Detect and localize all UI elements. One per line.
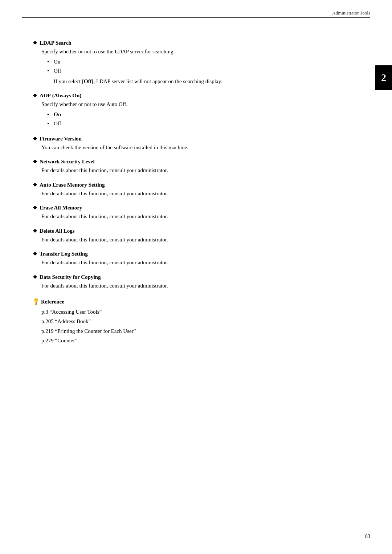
header-title: Administrator Tools (332, 10, 370, 16)
section-title-data-security: ❖ Data Security for Copying (33, 274, 370, 280)
data-security-heading: Data Security for Copying (40, 274, 101, 280)
aof-on-item: On (47, 110, 370, 119)
erase-all-heading: Erase All Memory (40, 205, 82, 211)
section-ldap-search: ❖ LDAP Search Specify whether or not to … (33, 40, 370, 85)
reference-section: 🔑 Reference p.3 “Accessing User Tools” p… (33, 298, 370, 345)
reference-item-1: p.3 “Accessing User Tools” (41, 307, 370, 317)
aof-off-item: Off (47, 119, 370, 129)
section-title-delete-logs: ❖ Delete All Logs (33, 228, 370, 234)
ldap-off-item: Off (47, 66, 370, 76)
page-number: 83 (365, 534, 370, 539)
auto-erase-desc: For details about this function, consult… (41, 190, 370, 198)
delete-logs-desc: For details about this function, consult… (41, 236, 370, 244)
section-aof: ❖ AOF (Always On) Specify whether or not… (33, 93, 370, 129)
content-area: ❖ LDAP Search Specify whether or not to … (33, 40, 370, 345)
network-security-desc: For details about this function, consult… (41, 166, 370, 175)
aof-bullets: On Off (47, 110, 370, 129)
aof-desc: Specify whether or not to use Auto Off. (41, 100, 370, 109)
delete-logs-heading: Delete All Logs (40, 228, 75, 234)
diamond-icon-ldap: ❖ (33, 40, 37, 46)
top-border (22, 17, 370, 18)
network-security-heading: Network Security Level (40, 159, 95, 165)
diamond-icon-auto-erase: ❖ (33, 182, 37, 188)
section-title-auto-erase: ❖ Auto Erase Memory Setting (33, 182, 370, 188)
section-erase-all: ❖ Erase All Memory For details about thi… (33, 205, 370, 221)
reference-item-2: p.205 “Address Book” (41, 317, 370, 326)
section-title-network-security: ❖ Network Security Level (33, 159, 370, 165)
transfer-log-desc: For details about this function, consult… (41, 258, 370, 267)
section-transfer-log: ❖ Transfer Log Setting For details about… (33, 251, 370, 267)
key-icon: 🔑 (31, 297, 41, 306)
reference-title: 🔑 Reference (33, 298, 370, 305)
diamond-icon-data-security: ❖ (33, 274, 37, 280)
section-network-security: ❖ Network Security Level For details abo… (33, 159, 370, 175)
diamond-icon-aof: ❖ (33, 93, 37, 99)
diamond-icon-network: ❖ (33, 159, 37, 165)
reference-item-3: p.219 “Printing the Counter for Each Use… (41, 326, 370, 336)
diamond-icon-transfer-log: ❖ (33, 251, 37, 257)
chapter-tab: 2 (375, 65, 392, 90)
diamond-icon-erase-all: ❖ (33, 205, 37, 211)
ldap-search-bullets: On Off (47, 57, 370, 76)
page-container: Administrator Tools 2 ❖ LDAP Search Spec… (0, 0, 392, 554)
reference-heading: Reference (41, 299, 64, 305)
diamond-icon-firmware: ❖ (33, 136, 37, 142)
aof-heading: AOF (Always On) (40, 93, 81, 99)
section-title-transfer-log: ❖ Transfer Log Setting (33, 251, 370, 257)
section-firmware: ❖ Firmware Version You can check the ver… (33, 136, 370, 152)
section-delete-logs: ❖ Delete All Logs For details about this… (33, 228, 370, 244)
firmware-desc: You can check the version of the softwar… (41, 143, 370, 152)
diamond-icon-delete-logs: ❖ (33, 228, 37, 234)
transfer-log-heading: Transfer Log Setting (40, 251, 88, 257)
section-title-erase-all: ❖ Erase All Memory (33, 205, 370, 211)
ldap-search-desc: Specify whether or not to use the LDAP s… (41, 48, 370, 56)
auto-erase-heading: Auto Erase Memory Setting (40, 182, 105, 188)
reference-list: p.3 “Accessing User Tools” p.205 “Addres… (41, 307, 370, 345)
reference-item-4: p.279 “Counter” (41, 336, 370, 345)
data-security-desc: For details about this function, consult… (41, 282, 370, 290)
erase-all-desc: For details about this function, consult… (41, 212, 370, 221)
section-title-ldap-search: ❖ LDAP Search (33, 40, 370, 46)
ldap-search-heading: LDAP Search (40, 40, 72, 46)
section-title-aof: ❖ AOF (Always On) (33, 93, 370, 99)
section-auto-erase: ❖ Auto Erase Memory Setting For details … (33, 182, 370, 198)
section-title-firmware: ❖ Firmware Version (33, 136, 370, 142)
firmware-heading: Firmware Version (40, 136, 82, 142)
ldap-off-note: If you select [Off], LDAP server list wi… (54, 77, 370, 86)
section-data-security: ❖ Data Security for Copying For details … (33, 274, 370, 290)
ldap-on-item: On (47, 57, 370, 67)
